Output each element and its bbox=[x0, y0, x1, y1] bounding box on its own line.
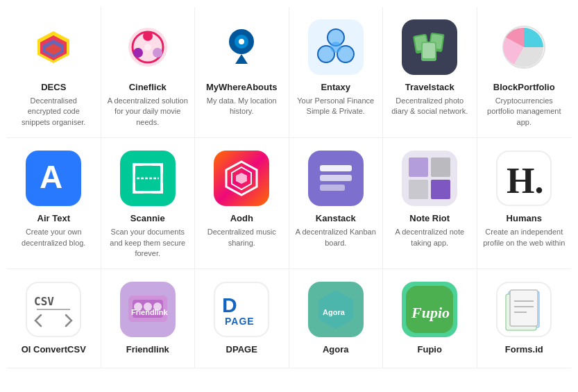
app-icon-cineflick bbox=[120, 19, 176, 75]
app-name-blockportfolio: BlockPortfolio bbox=[493, 82, 555, 92]
app-card-entaxy[interactable]: Entaxy Your Personal Finance Simple & Pr… bbox=[289, 7, 384, 138]
svg-rect-34 bbox=[409, 157, 428, 177]
app-desc-blockportfolio: Cryptocurrencies portfolio management ap… bbox=[483, 96, 566, 128]
app-desc-travelstack: Decentralized photo diary & social netwo… bbox=[389, 96, 471, 117]
app-card-agora[interactable]: Agora Agora bbox=[289, 269, 384, 368]
app-card-fupio[interactable]: Fupio Fupio bbox=[383, 269, 477, 368]
app-icon-airtext: A bbox=[26, 151, 81, 206]
svg-marker-13 bbox=[235, 54, 248, 64]
app-icon-travelstack bbox=[402, 19, 457, 75]
app-desc-decs: Decentralised encrypted code snippets or… bbox=[12, 96, 95, 128]
app-name-kanstack: Kanstack bbox=[316, 213, 356, 223]
app-icon-agora: Agora bbox=[308, 282, 364, 337]
app-name-friendlink: Friendlink bbox=[126, 344, 169, 355]
svg-text:Fupio: Fupio bbox=[411, 304, 450, 321]
app-icon-decs bbox=[26, 19, 81, 75]
svg-text:Agora: Agora bbox=[323, 308, 346, 316]
app-card-mywhereabouts[interactable]: MyWhereAbouts My data. My location histo… bbox=[195, 7, 289, 138]
app-card-scannie[interactable]: Scannie Scan your documents and keep the… bbox=[101, 138, 196, 269]
app-icon-formsid bbox=[496, 282, 552, 337]
app-card-formsid[interactable]: Forms.id bbox=[477, 269, 572, 368]
app-card-airtext[interactable]: A Air Text Create your own decentralized… bbox=[7, 138, 101, 269]
app-desc-noteriot: A decentralized note taking app. bbox=[389, 227, 471, 248]
svg-point-8 bbox=[133, 48, 143, 58]
svg-marker-30 bbox=[236, 173, 247, 184]
app-card-dpage[interactable]: D PAGE DPAGE bbox=[195, 269, 289, 368]
svg-rect-33 bbox=[320, 185, 345, 191]
svg-point-46 bbox=[153, 302, 162, 311]
app-icon-scannie bbox=[120, 151, 176, 206]
app-desc-cineflick: A decentralized solution for your daily … bbox=[107, 96, 189, 128]
app-icon-blockportfolio bbox=[496, 19, 552, 75]
app-desc-aodh: Decentralized music sharing. bbox=[201, 227, 283, 248]
app-icon-friendlink: Friendlink bbox=[120, 282, 176, 337]
app-desc-kanstack: A decentralized Kanban board. bbox=[295, 227, 377, 248]
app-icon-fupio: Fupio bbox=[402, 282, 457, 337]
app-name-oiconvertcsv: OI ConvertCSV bbox=[22, 344, 86, 355]
app-name-dpage: DPAGE bbox=[226, 344, 257, 355]
app-card-humans[interactable]: H. Humans Create an independent profile … bbox=[477, 138, 572, 269]
app-card-blockportfolio[interactable]: BlockPortfolio Cryptocurrencies portfoli… bbox=[477, 7, 572, 138]
app-name-mywhereabouts: MyWhereAbouts bbox=[206, 82, 278, 92]
app-card-aodh[interactable]: Aodh Decentralized music sharing. bbox=[195, 138, 289, 269]
app-desc-entaxy: Your Personal Finance Simple & Private. bbox=[295, 96, 377, 117]
app-name-travelstack: Travelstack bbox=[405, 82, 454, 92]
svg-text:H.: H. bbox=[507, 161, 543, 200]
svg-rect-36 bbox=[409, 180, 428, 199]
svg-point-44 bbox=[134, 302, 142, 311]
svg-point-45 bbox=[144, 302, 152, 311]
app-card-noteriot[interactable]: Note Riot A decentralized note taking ap… bbox=[383, 138, 477, 269]
app-desc-scannie: Scan your documents and keep them secure… bbox=[107, 227, 189, 259]
svg-text:CSV: CSV bbox=[34, 295, 54, 308]
app-name-aodh: Aodh bbox=[230, 213, 253, 223]
svg-point-12 bbox=[239, 39, 244, 44]
svg-point-6 bbox=[143, 31, 153, 41]
app-icon-kanstack bbox=[308, 151, 364, 206]
app-name-entaxy: Entaxy bbox=[321, 82, 350, 92]
svg-text:A: A bbox=[40, 159, 62, 195]
svg-rect-37 bbox=[431, 180, 450, 199]
svg-rect-35 bbox=[431, 157, 450, 177]
app-name-fupio: Fupio bbox=[418, 344, 442, 355]
svg-text:D: D bbox=[222, 293, 237, 316]
app-name-airtext: Air Text bbox=[37, 213, 70, 223]
svg-rect-23 bbox=[423, 43, 435, 58]
app-name-scannie: Scannie bbox=[130, 213, 165, 223]
app-icon-mywhereabouts bbox=[214, 19, 269, 75]
app-card-cineflick[interactable]: Cineflick A decentralized solution for y… bbox=[101, 7, 196, 138]
app-card-decs[interactable]: DECS Decentralised encrypted code snippe… bbox=[7, 7, 101, 138]
app-icon-humans: H. bbox=[496, 151, 552, 206]
svg-rect-32 bbox=[320, 175, 352, 181]
svg-text:PAGE: PAGE bbox=[225, 316, 255, 327]
svg-rect-31 bbox=[320, 165, 352, 171]
svg-rect-55 bbox=[510, 290, 538, 326]
svg-point-9 bbox=[144, 44, 151, 51]
app-name-decs: DECS bbox=[41, 82, 66, 92]
app-icon-entaxy bbox=[308, 19, 364, 75]
app-icon-noteriot bbox=[402, 151, 457, 206]
app-icon-dpage: D PAGE bbox=[214, 282, 269, 337]
app-desc-airtext: Create your own decentralized blog. bbox=[12, 227, 95, 248]
app-icon-oiconvertcsv: CSV bbox=[26, 282, 81, 337]
svg-point-17 bbox=[330, 42, 341, 53]
app-card-oiconvertcsv[interactable]: CSV OI ConvertCSV bbox=[7, 269, 101, 368]
app-name-cineflick: Cineflick bbox=[129, 82, 167, 92]
app-card-kanstack[interactable]: Kanstack A decentralized Kanban board. bbox=[289, 138, 384, 269]
svg-point-7 bbox=[153, 48, 162, 58]
app-name-formsid: Forms.id bbox=[505, 344, 543, 355]
app-name-noteriot: Note Riot bbox=[409, 213, 450, 223]
app-desc-mywhereabouts: My data. My location history. bbox=[201, 96, 283, 117]
app-grid: DECS Decentralised encrypted code snippe… bbox=[0, 0, 578, 375]
app-name-humans: Humans bbox=[507, 213, 542, 223]
app-card-friendlink[interactable]: Friendlink Friendlink bbox=[101, 269, 196, 368]
app-desc-humans: Create an independent profile on the web… bbox=[483, 227, 566, 248]
app-name-agora: Agora bbox=[323, 344, 349, 355]
app-card-travelstack[interactable]: Travelstack Decentralized photo diary & … bbox=[383, 7, 477, 138]
app-icon-aodh bbox=[214, 151, 269, 206]
